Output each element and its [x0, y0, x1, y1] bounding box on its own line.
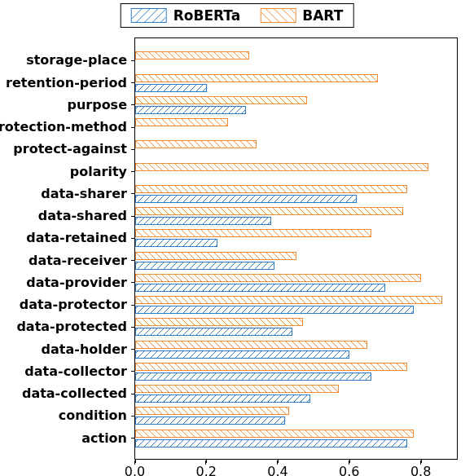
svg-line-150 — [139, 119, 154, 126]
svg-line-340 — [198, 208, 213, 215]
bar-roberta — [135, 372, 371, 381]
bar-roberta — [135, 328, 292, 336]
svg-line-586 — [244, 284, 258, 292]
svg-line-228 — [361, 164, 375, 171]
svg-line-787 — [211, 342, 226, 349]
svg-line-999 — [257, 395, 271, 403]
svg-line-776 — [139, 342, 154, 349]
svg-line-817 — [139, 351, 154, 359]
svg-line-1135 — [244, 440, 258, 447]
svg-line-317 — [309, 196, 323, 203]
svg-line-587 — [250, 284, 265, 292]
svg-line-139 — [217, 107, 232, 114]
svg-line-990 — [198, 395, 213, 403]
svg-line-994 — [224, 395, 239, 403]
svg-line-588 — [257, 284, 271, 292]
svg-line-494 — [139, 262, 154, 270]
svg-line-389 — [211, 218, 226, 225]
svg-line-346 — [237, 208, 252, 215]
svg-line-292 — [146, 196, 160, 203]
svg-line-378 — [139, 218, 154, 225]
svg-line-221 — [315, 164, 330, 171]
svg-line-1111 — [400, 430, 414, 438]
svg-line-651 — [380, 297, 395, 304]
svg-line-1120 — [146, 440, 160, 447]
svg-line-923 — [276, 373, 291, 381]
svg-line-686 — [263, 306, 278, 314]
svg-line-156 — [178, 119, 193, 126]
svg-line-436 — [348, 230, 362, 237]
svg-line-991 — [204, 395, 219, 403]
svg-line-137 — [204, 107, 219, 114]
svg-line-453 — [185, 240, 200, 247]
svg-line-646 — [348, 297, 362, 304]
svg-line-307 — [244, 196, 258, 203]
svg-line-349 — [257, 208, 271, 215]
svg-line-435 — [341, 230, 356, 237]
svg-line-362 — [341, 208, 356, 215]
svg-line-581 — [211, 284, 226, 292]
svg-line-438 — [361, 230, 371, 237]
svg-line-448 — [152, 240, 167, 247]
svg-line-840 — [289, 351, 304, 359]
svg-line-46 — [204, 75, 219, 82]
svg-line-428 — [296, 230, 310, 237]
svg-line-691 — [296, 306, 310, 314]
svg-line-859 — [165, 364, 180, 371]
svg-line-652 — [387, 297, 402, 304]
svg-line-25 — [217, 52, 232, 60]
svg-line-779 — [159, 342, 173, 349]
svg-line-455 — [198, 240, 213, 247]
svg-line-157 — [185, 119, 200, 126]
svg-line-1024 — [211, 408, 226, 415]
svg-line-117 — [283, 97, 297, 104]
x-tick: 0.8 — [420, 461, 421, 465]
svg-line-1013 — [139, 408, 154, 415]
svg-line-481 — [250, 253, 265, 260]
svg-line-172 — [152, 141, 167, 148]
bar-bart — [135, 318, 303, 326]
svg-line-585 — [237, 284, 252, 292]
svg-line-729 — [230, 319, 245, 326]
svg-line-1104 — [354, 430, 369, 438]
svg-line-319 — [322, 196, 336, 203]
svg-line-1055 — [224, 417, 239, 425]
svg-line-920 — [257, 373, 271, 381]
svg-line-842 — [302, 351, 317, 359]
svg-line-737 — [283, 319, 297, 326]
svg-line-1025 — [217, 408, 232, 415]
svg-line-508 — [230, 262, 245, 270]
svg-line-1028 — [237, 408, 252, 415]
svg-line-680 — [224, 306, 239, 314]
svg-line-350 — [263, 208, 278, 215]
bar-roberta — [135, 306, 414, 314]
svg-line-847 — [335, 351, 349, 359]
svg-line-1000 — [263, 395, 278, 403]
svg-line-631 — [250, 297, 265, 304]
svg-line-1131 — [217, 440, 232, 447]
svg-line-786 — [204, 342, 219, 349]
svg-line-395 — [250, 218, 265, 225]
svg-line-926 — [296, 373, 310, 381]
svg-line-764 — [257, 328, 271, 336]
svg-line-103 — [191, 97, 206, 104]
svg-line-803 — [315, 342, 330, 349]
svg-line-844 — [315, 351, 330, 359]
svg-line-426 — [283, 230, 297, 237]
svg-line-1029 — [244, 408, 258, 415]
legend-item-roberta: RoBERTa — [131, 7, 241, 24]
svg-line-1151 — [348, 440, 362, 447]
svg-line-70 — [361, 75, 375, 82]
svg-line-630 — [244, 297, 258, 304]
svg-line-210 — [244, 164, 258, 171]
svg-line-697 — [335, 306, 349, 314]
svg-line-47 — [211, 75, 226, 82]
svg-line-413 — [198, 230, 213, 237]
bar-bart — [135, 407, 289, 415]
bar-roberta — [135, 262, 274, 270]
svg-line-427 — [289, 230, 304, 237]
svg-line-629 — [237, 297, 252, 304]
svg-line-934 — [348, 373, 362, 381]
svg-line-693 — [309, 306, 323, 314]
svg-line-217 — [289, 164, 304, 171]
